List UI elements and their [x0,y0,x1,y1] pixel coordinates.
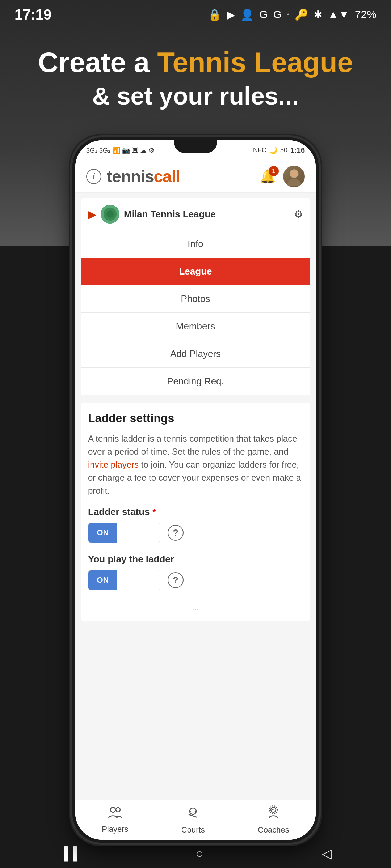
nav-players[interactable]: Players [102,806,128,834]
info-icon[interactable]: i [86,169,101,184]
ladder-status-text: Ladder status [88,506,150,518]
settings-icon[interactable]: ⚙ [294,208,303,220]
nav-menu: Info League Photos Members Add Players P… [81,230,310,395]
league-name: Milan Tennis League [124,209,294,220]
phone-time: 1:16 [290,146,305,154]
ladder-status-label: Ladder status * [88,506,303,518]
more-content-text: ... [88,601,303,612]
logo-second: call [154,167,180,186]
svg-point-5 [106,210,114,218]
toggle-off-space [117,523,160,542]
svg-marker-13 [272,809,274,810]
back-icon[interactable]: ▶ [88,208,96,221]
promo-title: Create a Tennis League [22,47,369,78]
players-label: Players [102,825,128,834]
you-play-off-space [117,570,160,590]
outer-status-bar: 17:19 🔒 ▶ 👤 G G • 🔑 ✱ ▲▼ 72% [0,0,391,29]
coaches-icon [266,805,281,823]
battery-level: 50 [280,146,287,154]
phone-frame: 3G₁ 3G₂ 📶 📷 🖼 ☁ ⚙ NFC 🌙 50 1:16 i tennis… [72,137,319,843]
scroll-content: ▶ Milan Tennis League ⚙ [75,193,316,626]
person-icon: 👤 [240,8,254,21]
nav-courts[interactable]: Courts [181,805,205,835]
lock-icon: 🔒 [208,8,221,21]
ladder-status-help[interactable]: ? [168,525,184,541]
ladder-settings-title: Ladder settings [88,412,303,425]
header-right: 🔔 1 [260,166,305,187]
bell-wrap[interactable]: 🔔 1 [260,169,276,184]
svg-point-6 [110,807,115,812]
more-content-indicator: ... [88,601,303,612]
game-icon: G [259,8,268,21]
promo-highlight: Tennis League [157,46,353,78]
bottom-nav: Players Courts [75,800,316,840]
phone-status-bar: 3G₁ 3G₂ 📶 📷 🖼 ☁ ⚙ NFC 🌙 50 1:16 [75,140,316,160]
you-play-label: You play the ladder [88,554,303,565]
app-scroll-area[interactable]: ▶ Milan Tennis League ⚙ [75,193,316,814]
logo-first: tennis [107,167,154,186]
league-avatar [101,205,119,224]
you-play-row: You play the ladder ON ? [88,554,303,590]
coaches-label: Coaches [258,825,289,835]
app-header: i tenniscall 🔔 1 [75,160,316,193]
nav-item-pending[interactable]: Pending Req. [81,368,310,395]
svg-point-1 [287,179,301,186]
ladder-status-toggle-wrap: ON ? [88,523,303,543]
ladder-status-toggle[interactable]: ON [88,523,160,543]
game2-icon: G [273,8,282,21]
you-play-toggle-wrap: ON ? [88,570,303,590]
nav-coaches[interactable]: Coaches [258,805,289,835]
signal-bars: 3G₁ 3G₂ 📶 📷 🖼 ☁ ⚙ [86,146,154,154]
user-avatar[interactable] [283,166,305,187]
bell-badge: 1 [269,166,279,176]
you-play-text: You play the ladder [88,554,174,565]
app-logo-text: tenniscall [107,167,180,186]
you-play-help[interactable]: ? [168,572,184,588]
promo-prefix: Create a [38,46,157,78]
nav-item-photos[interactable]: Photos [81,285,310,313]
sys-back[interactable]: ▐▐ [59,846,77,861]
outer-status-icons: 🔒 ▶ 👤 G G • 🔑 ✱ ▲▼ 72% [208,8,377,21]
courts-icon [186,805,200,823]
app-logo: i tenniscall [86,167,180,186]
you-play-toggle[interactable]: ON [88,570,160,590]
league-card: ▶ Milan Tennis League ⚙ [81,198,310,395]
phone-screen: 3G₁ 3G₂ 📶 📷 🖼 ☁ ⚙ NFC 🌙 50 1:16 i tennis… [75,140,316,840]
players-icon [108,806,122,822]
youtube-icon: ▶ [227,8,235,21]
desc-text-1: A tennis ladder is a tennis competition … [88,434,297,456]
system-bottom-bar: ▐▐ ○ ◁ [0,839,391,868]
phone-status-right: NFC 🌙 50 1:16 [253,146,305,154]
nav-item-league[interactable]: League [81,258,310,285]
promo-section: Create a Tennis League & set your rules.… [0,33,391,110]
nav-item-add-players[interactable]: Add Players [81,340,310,368]
nfc-icon: NFC [253,146,266,154]
svg-point-7 [116,808,120,812]
sys-recent[interactable]: ◁ [322,846,332,861]
bluetooth-icon: ✱ [314,8,323,21]
ladder-status-row: Ladder status * ON ? [88,506,303,543]
sys-home[interactable]: ○ [196,846,203,861]
outer-time: 17:19 [14,7,51,23]
moon-icon: 🌙 [269,146,277,154]
nav-item-info[interactable]: Info [81,230,310,258]
courts-label: Courts [181,825,205,835]
svg-point-2 [291,170,297,177]
battery-icon: 72% [355,8,377,21]
phone-inner: 3G₁ 3G₂ 📶 📷 🖼 ☁ ⚙ NFC 🌙 50 1:16 i tennis… [75,140,316,840]
toggle-on-label: ON [88,523,117,542]
key-icon: 🔑 [295,8,308,21]
you-play-on-label: ON [88,570,117,590]
league-header-row: ▶ Milan Tennis League ⚙ [81,198,310,230]
phone-status-left: 3G₁ 3G₂ 📶 📷 🖼 ☁ ⚙ [86,146,154,154]
ladder-settings-desc: A tennis ladder is a tennis competition … [88,432,303,497]
invite-players-link[interactable]: invite players [88,460,139,469]
signal-icon: ▲▼ [328,8,349,21]
nav-item-members[interactable]: Members [81,313,310,340]
phone-notch [174,140,217,153]
promo-subtitle: & set your rules... [22,82,369,110]
ladder-settings-section: Ladder settings A tennis ladder is a ten… [81,403,310,621]
required-star: * [153,507,156,517]
